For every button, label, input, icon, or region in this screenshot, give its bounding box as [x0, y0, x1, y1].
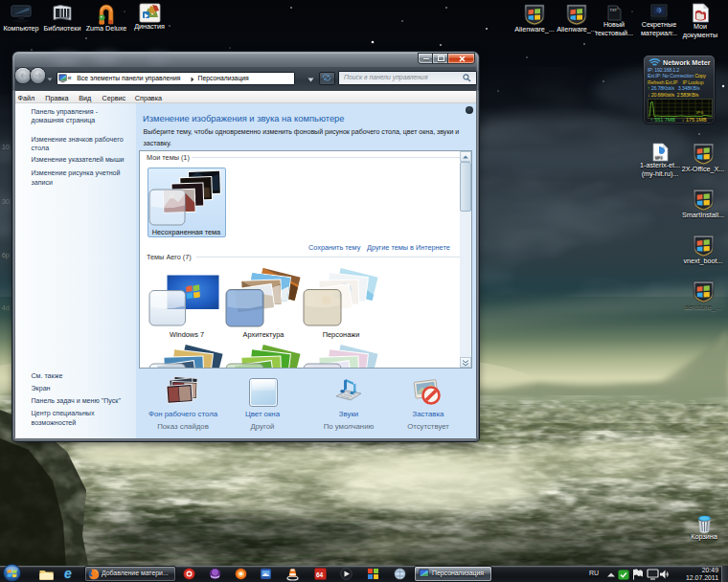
- svg-text:MP3: MP3: [655, 156, 662, 160]
- svg-text:IP:6: IP:6: [696, 110, 704, 115]
- svg-text:Архитектура: Архитектура: [243, 330, 285, 339]
- svg-text:Персонажи: Персонажи: [323, 330, 360, 339]
- svg-text:Windows 7: Windows 7: [170, 330, 204, 339]
- svg-text:TXT: TXT: [609, 8, 617, 12]
- svg-text:64: 64: [316, 571, 324, 578]
